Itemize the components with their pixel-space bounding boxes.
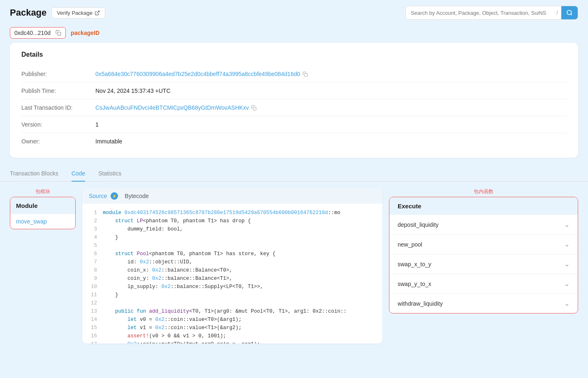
code-tab-bytecode[interactable]: Bytecode xyxy=(125,193,148,199)
code-tab-source[interactable]: Source ⚡ xyxy=(89,192,118,200)
publisher-value[interactable]: 0x5a684e30c7760309906a4ed7b25e2d0c4bbeff… xyxy=(95,71,300,77)
search-bar: / xyxy=(405,6,578,20)
chevron-down-icon: ⌄ xyxy=(564,300,569,307)
function-name-swap-x-to-y: swap_x_to_y xyxy=(398,261,431,267)
module-panel: 包模块 Module move_swap xyxy=(10,188,76,343)
version-label: Version: xyxy=(21,121,95,128)
execute-panel: 包内函数 Execute deposit_liquidity ⌄ new_poo… xyxy=(389,188,578,343)
tab-transaction-blocks[interactable]: Transaction Blocks xyxy=(10,166,58,182)
code-body[interactable]: 1module 0xdc403174526c98571365c8787b280e… xyxy=(82,204,382,343)
search-input[interactable] xyxy=(406,7,553,19)
chevron-down-icon: ⌄ xyxy=(564,260,569,268)
execute-item-withdraw-liquidity[interactable]: withdraw_liquidity ⌄ xyxy=(389,294,578,313)
copy-id-button[interactable] xyxy=(56,30,61,36)
chevron-down-icon: ⌄ xyxy=(564,280,569,288)
execute-box: Execute deposit_liquidity ⌄ new_pool ⌄ s… xyxy=(389,197,578,313)
execute-item-swap-y-to-x[interactable]: swap_y_to_x ⌄ xyxy=(389,274,578,294)
last-tx-row: Last Transaction ID: CsJwAuABcuFNDvci4eB… xyxy=(21,99,567,116)
module-box: Module move_swap xyxy=(10,197,76,229)
function-name-swap-y-to-x: swap_y_to_x xyxy=(398,281,431,287)
main-content: Details Publisher: 0x5a684e30c7760309906… xyxy=(0,43,588,158)
owner-label: Owner: xyxy=(21,138,95,145)
publish-time-value: Nov 24, 2024 15:37:43 +UTC xyxy=(95,88,171,94)
external-link-icon xyxy=(95,10,100,16)
chevron-down-icon: ⌄ xyxy=(564,221,569,228)
owner-row: Owner: Immutable xyxy=(21,133,567,150)
svg-rect-3 xyxy=(58,32,61,35)
search-button[interactable] xyxy=(561,6,578,19)
function-name-withdraw-liquidity: withdraw_liquidity xyxy=(398,300,443,307)
search-icon xyxy=(566,9,573,16)
package-id-label: packageID xyxy=(71,30,100,36)
module-panel-label: 包模块 xyxy=(10,188,76,195)
module-item-move-swap[interactable]: move_swap xyxy=(10,214,75,229)
version-row: Version: 1 xyxy=(21,116,567,133)
svg-rect-4 xyxy=(305,73,308,76)
source-tab-label: Source xyxy=(89,193,107,199)
publish-time-label: Publish Time: xyxy=(21,88,95,94)
function-name-new-pool: new_pool xyxy=(398,241,422,248)
execute-panel-label: 包内函数 xyxy=(389,188,578,195)
slash-divider: / xyxy=(553,9,561,16)
module-header: Module xyxy=(10,197,75,214)
svg-point-1 xyxy=(567,10,572,15)
version-value: 1 xyxy=(95,121,99,128)
svg-line-0 xyxy=(97,11,99,13)
function-name-deposit-liquidity: deposit_liquidity xyxy=(398,221,439,228)
chevron-down-icon: ⌄ xyxy=(564,240,569,248)
copy-icon xyxy=(303,71,308,77)
copy-publisher-button[interactable] xyxy=(303,71,308,77)
last-tx-label: Last Transaction ID: xyxy=(21,104,95,111)
tab-statistics[interactable]: Statistics xyxy=(98,166,121,182)
publisher-row: Publisher: 0x5a684e30c7760309906a4ed7b25… xyxy=(21,66,567,83)
tab-code[interactable]: Code xyxy=(72,166,85,182)
copy-tx-button[interactable] xyxy=(251,105,257,111)
package-id-row: 0xdc40...210d packageID xyxy=(0,25,588,43)
publish-time-row: Publish Time: Nov 24, 2024 15:37:43 +UTC xyxy=(21,83,567,99)
top-bar: Package Verify Package / xyxy=(0,0,588,25)
verify-label: Verify Package xyxy=(57,10,93,16)
package-id-box: 0xdc40...210d xyxy=(10,27,66,39)
tabs-row: Transaction Blocks Code Statistics xyxy=(0,166,588,182)
copy-icon xyxy=(56,30,61,36)
source-badge: ⚡ xyxy=(111,192,118,200)
code-tabs: Source ⚡ Bytecode xyxy=(82,188,382,204)
details-card: Details Publisher: 0x5a684e30c7760309906… xyxy=(10,43,578,158)
verify-package-button[interactable]: Verify Package xyxy=(51,7,105,18)
execute-header: Execute xyxy=(389,197,578,215)
execute-item-deposit-liquidity[interactable]: deposit_liquidity ⌄ xyxy=(389,215,578,235)
bottom-section: 包模块 Module move_swap Source ⚡ Bytecode 1… xyxy=(0,182,588,350)
owner-value: Immutable xyxy=(95,138,122,145)
execute-item-new-pool[interactable]: new_pool ⌄ xyxy=(389,235,578,254)
top-left: Package Verify Package xyxy=(10,7,105,18)
publisher-label: Publisher: xyxy=(21,71,95,77)
details-title: Details xyxy=(21,51,567,58)
code-panel: Source ⚡ Bytecode 1module 0xdc403174526c… xyxy=(82,188,382,343)
copy-icon xyxy=(251,105,257,111)
svg-rect-5 xyxy=(253,107,256,110)
page-title: Package xyxy=(10,7,46,18)
package-id-short: 0xdc40...210d xyxy=(14,30,51,36)
last-tx-value[interactable]: CsJwAuABcuFNDvci4eBTCMiCpxQB68yGtDmWovAS… xyxy=(95,104,249,111)
svg-line-2 xyxy=(571,14,572,15)
execute-item-swap-x-to-y[interactable]: swap_x_to_y ⌄ xyxy=(389,254,578,274)
